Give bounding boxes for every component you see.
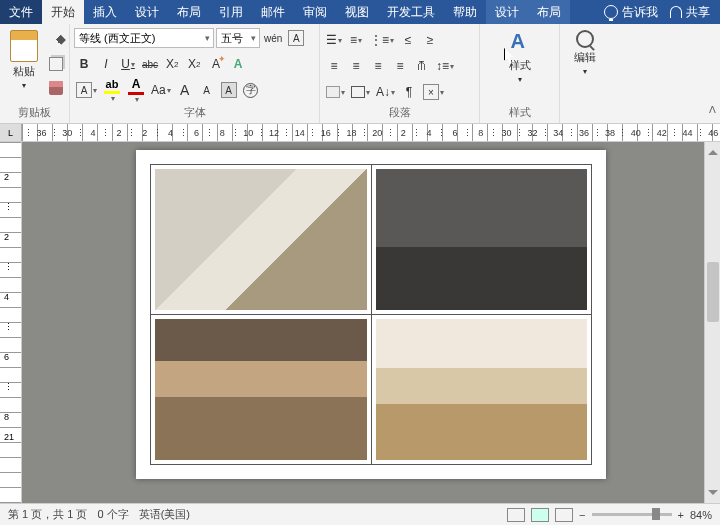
group-label-editing xyxy=(564,119,606,121)
paste-button[interactable]: 粘贴▾ xyxy=(4,26,44,94)
page[interactable] xyxy=(136,150,606,479)
collapse-ribbon-button[interactable]: ᐱ xyxy=(709,104,716,115)
grow-font-button[interactable]: A xyxy=(175,80,195,100)
format-painter-button[interactable] xyxy=(46,78,66,98)
bullets-button[interactable]: ☰ xyxy=(324,30,344,50)
font-name-combo[interactable]: 等线 (西文正文) xyxy=(74,28,214,48)
sort-button[interactable]: A↓ xyxy=(374,82,397,102)
clipboard-icon xyxy=(10,30,38,62)
person-icon xyxy=(670,6,682,18)
tab-layout[interactable]: 布局 xyxy=(168,0,210,24)
zoom-in-button[interactable]: + xyxy=(678,509,684,521)
image-woman-laptop[interactable] xyxy=(376,319,588,460)
tab-view[interactable]: 视图 xyxy=(336,0,378,24)
copy-button[interactable] xyxy=(46,54,66,74)
status-language[interactable]: 英语(美国) xyxy=(139,507,190,522)
view-web-button[interactable] xyxy=(555,508,573,522)
line-spacing-button[interactable]: ↕≡ xyxy=(434,56,456,76)
styles-icon xyxy=(507,30,533,56)
superscript-button[interactable]: X2 xyxy=(184,54,204,74)
tab-design[interactable]: 设计 xyxy=(126,0,168,24)
enclose-char-button[interactable]: A xyxy=(286,28,306,48)
group-label-font: 字体 xyxy=(74,104,315,121)
tab-help[interactable]: 帮助 xyxy=(444,0,486,24)
enclose-icon: A xyxy=(288,30,304,46)
scrollbar-vertical[interactable] xyxy=(704,142,720,503)
ruler-corner[interactable]: L xyxy=(0,124,22,141)
document-area: 2⋮2⋮4⋮6⋮821 xyxy=(0,142,720,503)
decrease-indent-button[interactable]: ≤ xyxy=(398,30,418,50)
view-read-button[interactable] xyxy=(507,508,525,522)
view-print-button[interactable] xyxy=(531,508,549,522)
underline-button[interactable]: U xyxy=(118,54,138,74)
change-case-button[interactable]: Aa xyxy=(149,80,173,100)
zoom-slider[interactable] xyxy=(592,513,672,516)
show-marks-button[interactable]: ¶ xyxy=(399,82,419,102)
table-cell[interactable] xyxy=(151,165,372,315)
ribbon: 粘贴▾ 剪贴板 等线 (西文正文) 五号 wén A B I U abc X2 xyxy=(0,24,720,124)
table-cell[interactable] xyxy=(371,315,592,465)
clear-formatting-button[interactable]: A✦ xyxy=(206,54,226,74)
cut-button[interactable] xyxy=(46,30,66,50)
char-border-button[interactable]: A xyxy=(74,80,99,100)
ruler-horizontal[interactable]: L ⋮36⋮30⋮4⋮2⋮2⋮4⋮6⋮8⋮10⋮12⋮14⋮16⋮18⋮20⋮2… xyxy=(0,124,720,142)
status-bar: 第 1 页，共 1 页 0 个字 英语(美国) − + 84% xyxy=(0,503,720,525)
align-center-button[interactable]: ≡ xyxy=(346,56,366,76)
find-icon xyxy=(576,30,594,48)
tab-home[interactable]: 开始 xyxy=(42,0,84,24)
tab-file[interactable]: 文件 xyxy=(0,0,42,24)
tab-context-layout[interactable]: 布局 xyxy=(528,0,570,24)
tab-insert[interactable]: 插入 xyxy=(84,0,126,24)
char-shading-button[interactable]: A xyxy=(219,80,239,100)
status-page[interactable]: 第 1 页，共 1 页 xyxy=(8,507,87,522)
table-cell[interactable] xyxy=(151,315,372,465)
borders-button[interactable] xyxy=(349,82,372,102)
image-table[interactable] xyxy=(150,164,592,465)
group-label-clipboard: 剪贴板 xyxy=(4,104,65,121)
scrollbar-thumb[interactable] xyxy=(707,262,719,322)
shading-button[interactable] xyxy=(324,82,347,102)
italic-button[interactable]: I xyxy=(96,54,116,74)
font-color-button[interactable]: A xyxy=(125,77,147,104)
asian-layout-button[interactable]: × xyxy=(421,82,446,102)
multilevel-button[interactable]: ⋮≡ xyxy=(368,30,396,50)
shrink-font-button[interactable]: A xyxy=(197,80,217,100)
table-cell[interactable] xyxy=(371,165,592,315)
tab-context-design[interactable]: 设计 xyxy=(486,0,528,24)
circled-char-button[interactable]: 字 xyxy=(241,80,261,100)
editing-button[interactable]: 编辑▾ xyxy=(568,26,602,80)
group-label-styles: 样式 xyxy=(484,104,555,121)
tab-developer[interactable]: 开发工具 xyxy=(378,0,444,24)
strikethrough-button[interactable]: abc xyxy=(140,54,160,74)
tab-references[interactable]: 引用 xyxy=(210,0,252,24)
tell-me[interactable]: 告诉我 xyxy=(596,4,666,21)
font-size-combo[interactable]: 五号 xyxy=(216,28,260,48)
zoom-level[interactable]: 84% xyxy=(690,509,712,521)
highlight-button[interactable]: ab xyxy=(101,78,123,103)
image-monitors-dark[interactable] xyxy=(376,169,588,310)
numbering-button[interactable]: ≡ xyxy=(346,30,366,50)
bulb-icon xyxy=(604,5,618,19)
align-left-button[interactable]: ≡ xyxy=(324,56,344,76)
scissors-icon xyxy=(46,30,66,50)
copy-icon xyxy=(49,57,63,71)
group-label-paragraph: 段落 xyxy=(324,104,475,121)
image-hands-laptop[interactable] xyxy=(155,319,367,460)
distributed-button[interactable]: ⫚ xyxy=(412,56,432,76)
brush-icon xyxy=(49,81,63,95)
menu-tabs: 文件 开始 插入 设计 布局 引用 邮件 审阅 视图 开发工具 帮助 设计 布局… xyxy=(0,0,720,24)
zoom-out-button[interactable]: − xyxy=(579,509,585,521)
increase-indent-button[interactable]: ≥ xyxy=(420,30,440,50)
bold-button[interactable]: B xyxy=(74,54,94,74)
phonetic-guide-button[interactable]: wén xyxy=(262,28,284,48)
ruler-vertical[interactable]: 2⋮2⋮4⋮6⋮821 xyxy=(0,142,22,503)
tab-review[interactable]: 审阅 xyxy=(294,0,336,24)
image-desk-pencils[interactable] xyxy=(155,169,367,310)
align-right-button[interactable]: ≡ xyxy=(368,56,388,76)
text-effects-button[interactable]: A xyxy=(228,54,248,74)
subscript-button[interactable]: X2 xyxy=(162,54,182,74)
status-words[interactable]: 0 个字 xyxy=(97,507,128,522)
justify-button[interactable]: ≡ xyxy=(390,56,410,76)
share-button[interactable]: 共享 xyxy=(670,4,710,21)
tab-mailings[interactable]: 邮件 xyxy=(252,0,294,24)
